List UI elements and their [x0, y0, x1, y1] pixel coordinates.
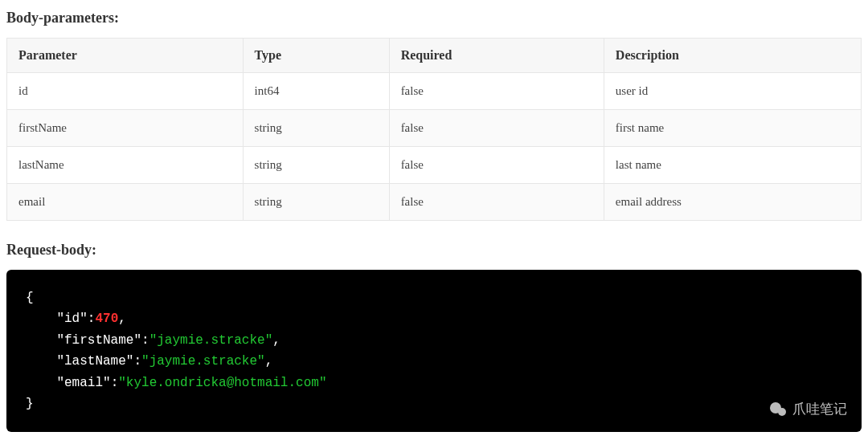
request-body-heading: Request-body: [6, 242, 862, 259]
table-row: firstName string false first name [7, 110, 862, 147]
table-row: lastName string false last name [7, 147, 862, 184]
body-parameters-table: Parameter Type Required Description id i… [6, 38, 862, 221]
cell-desc: last name [604, 147, 861, 184]
cell-req: false [389, 147, 604, 184]
cell-desc: first name [604, 110, 861, 147]
cell-param: id [7, 73, 244, 110]
col-description: Description [604, 39, 861, 73]
body-parameters-heading: Body-parameters: [6, 10, 862, 26]
watermark: 爪哇笔记 [770, 398, 847, 421]
cell-desc: user id [604, 73, 861, 110]
cell-type: string [243, 147, 389, 184]
table-row: id int64 false user id [7, 73, 862, 110]
cell-req: false [389, 110, 604, 147]
watermark-text: 爪哇笔记 [792, 398, 847, 421]
cell-type: string [243, 110, 389, 147]
col-required: Required [389, 39, 604, 73]
cell-type: string [243, 184, 389, 221]
cell-desc: email address [604, 184, 861, 221]
cell-req: false [389, 184, 604, 221]
table-row: email string false email address [7, 184, 862, 221]
wechat-icon [770, 402, 788, 417]
col-type: Type [243, 39, 389, 73]
col-parameter: Parameter [7, 39, 244, 73]
cell-param: email [7, 184, 244, 221]
request-body-codeblock: { "id":470, "firstName":"jaymie.stracke"… [6, 270, 862, 432]
cell-param: firstName [7, 110, 244, 147]
cell-type: int64 [243, 73, 389, 110]
cell-req: false [389, 73, 604, 110]
cell-param: lastName [7, 147, 244, 184]
